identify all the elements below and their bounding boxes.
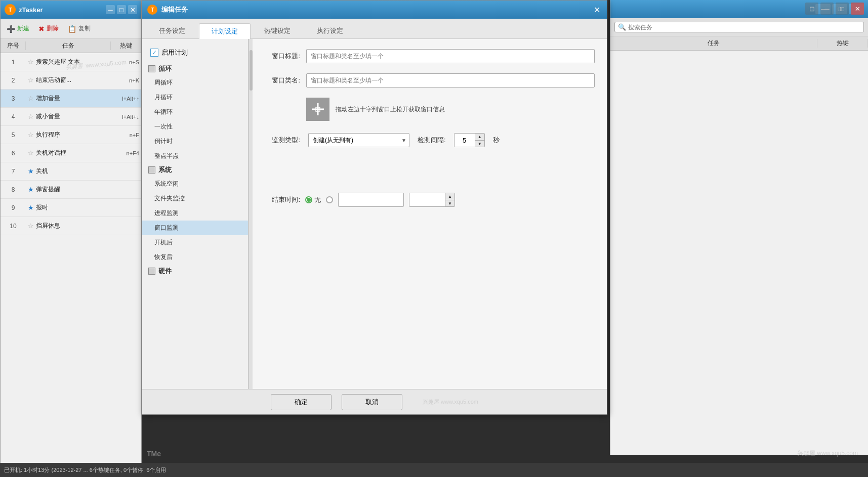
- sidebar-item-week-cycle[interactable]: 周循环: [142, 75, 248, 90]
- spin-down-btn[interactable]: ▼: [475, 140, 484, 147]
- detect-interval-label: 检测间隔:: [418, 136, 446, 145]
- table-row[interactable]: 5 ☆ 执行程序 n+F: [1, 126, 141, 144]
- star-icon[interactable]: ☆: [28, 58, 34, 66]
- task-name: 结束活动窗...: [36, 76, 71, 84]
- sidebar-item-process-monitor[interactable]: 进程监测: [142, 206, 248, 221]
- row-name: ★ 弹窗提醒: [26, 185, 111, 194]
- star-icon[interactable]: ☆: [28, 113, 34, 120]
- global-restore-btn[interactable]: ⊡: [805, 3, 818, 15]
- tab-task-settings[interactable]: 任务设定: [146, 23, 198, 38]
- spin-up-btn[interactable]: ▲: [475, 134, 484, 140]
- copy-button[interactable]: 📋 复制: [64, 22, 95, 35]
- table-row[interactable]: 7 ★ 关机: [1, 162, 141, 181]
- sidebar-item-window-monitor[interactable]: 窗口监测: [142, 221, 248, 235]
- search-input[interactable]: [628, 24, 860, 31]
- time-input[interactable]: 03:06:38: [409, 193, 445, 206]
- maximize-btn[interactable]: □: [117, 5, 126, 14]
- sidebar-item-month-cycle[interactable]: 月循环: [142, 90, 248, 105]
- search-bar: 🔍: [610, 18, 868, 36]
- star-icon[interactable]: ☆: [28, 222, 34, 230]
- time-spin-down[interactable]: ▼: [445, 200, 454, 206]
- tab-hotkey-settings[interactable]: 热键设定: [252, 23, 303, 38]
- sidebar-item-one-time[interactable]: 一次性: [142, 119, 248, 134]
- detect-interval-input[interactable]: 5: [454, 134, 475, 147]
- end-time-date-radio[interactable]: [326, 196, 333, 203]
- main-window: T zTasker ─ □ ✕ ➕ 新建 ✖ 删除 📋 复制 序号 任务 热键 …: [0, 0, 142, 477]
- sidebar-item-after-restore[interactable]: 恢复后: [142, 250, 248, 265]
- time-spin-up[interactable]: ▲: [445, 193, 454, 200]
- close-btn[interactable]: ✕: [128, 5, 137, 14]
- global-close-btn[interactable]: ✕: [851, 3, 864, 15]
- confirm-button[interactable]: 确定: [271, 394, 332, 410]
- drag-crosshair-btn[interactable]: [306, 98, 329, 121]
- star-icon[interactable]: ★: [28, 167, 34, 175]
- table-row[interactable]: 4 ☆ 减小音量 l+Alt+↓: [1, 108, 141, 126]
- table-header: 序号 任务 热键: [1, 39, 141, 53]
- window-class-input[interactable]: [306, 73, 595, 88]
- monitor-type-select-wrap[interactable]: 创建(从无到有) 销毁(从有到无) 激活 停用: [308, 133, 409, 147]
- star-icon[interactable]: ★: [28, 186, 34, 193]
- dialog-sidebar: 启用计划 循环周循环月循环年循环一次性倒计时整点半点系统系统空闲文件夹监控进程监…: [142, 39, 249, 389]
- row-num: 8: [1, 186, 26, 193]
- right-col-task: 任务: [610, 39, 817, 48]
- row-num: 7: [1, 168, 26, 175]
- table-row[interactable]: 9 ★ 报时: [1, 199, 141, 217]
- copy-icon: 📋: [68, 25, 76, 33]
- table-row[interactable]: 2 ☆ 结束活动窗... n+K: [1, 71, 141, 90]
- detect-interval-input-wrap[interactable]: 5 ▲ ▼: [454, 133, 485, 147]
- sidebar-item-countdown[interactable]: 倒计时: [142, 134, 248, 149]
- star-icon[interactable]: ☆: [28, 131, 34, 139]
- table-row[interactable]: 1 ☆ 搜索兴趣屋 文本 n+S: [1, 53, 141, 71]
- tab-bar: 任务设定计划设定热键设定执行设定: [142, 19, 607, 39]
- sidebar-item-year-cycle[interactable]: 年循环: [142, 105, 248, 119]
- new-button[interactable]: ➕ 新建: [3, 22, 33, 35]
- task-name: 弹窗提醒: [36, 185, 60, 194]
- sidebar-item-startup[interactable]: 开机后: [142, 235, 248, 250]
- star-icon[interactable]: ☆: [28, 149, 34, 157]
- edit-dialog: T 编辑任务 ✕ 任务设定计划设定热键设定执行设定 启用计划 循环周循环月循环年…: [142, 0, 607, 415]
- monitor-type-select[interactable]: 创建(从无到有) 销毁(从有到无) 激活 停用: [308, 133, 409, 147]
- row-num: 3: [1, 95, 26, 102]
- section-box: [148, 166, 155, 174]
- table-row[interactable]: 6 ☆ 关机对话框 n+F4: [1, 144, 141, 162]
- task-name: 挡屏休息: [36, 222, 60, 230]
- sidebar-item-folder-monitor[interactable]: 文件夹监控: [142, 191, 248, 206]
- sidebar-section-循环: 循环: [142, 62, 248, 75]
- row-name: ☆ 挡屏休息: [26, 222, 111, 230]
- search-input-wrap[interactable]: 🔍: [614, 22, 864, 32]
- table-row[interactable]: 10 ☆ 挡屏休息: [1, 217, 141, 235]
- row-num: 5: [1, 132, 26, 139]
- end-time-none-label: 无: [314, 195, 321, 204]
- table-row[interactable]: 3 ☆ 增加音量 l+Alt+↑: [1, 90, 141, 108]
- global-maximize-btn[interactable]: □: [836, 3, 849, 15]
- task-name: 搜索兴趣屋 文本: [36, 58, 80, 66]
- enable-plan-checkbox[interactable]: [150, 49, 158, 57]
- row-num: 4: [1, 113, 26, 120]
- col-num-header: 序号: [1, 41, 26, 50]
- scrollbar-thumb[interactable]: [250, 50, 253, 91]
- enable-plan-row[interactable]: 启用计划: [142, 43, 248, 62]
- tab-schedule-settings[interactable]: 计划设定: [199, 23, 251, 39]
- time-input-wrap[interactable]: 03:06:38 ▲ ▼: [409, 193, 455, 207]
- sidebar-item-half-hour[interactable]: 整点半点: [142, 149, 248, 163]
- star-icon[interactable]: ☆: [28, 76, 34, 84]
- sidebar-scrollbar[interactable]: [249, 39, 253, 389]
- delete-button[interactable]: ✖ 删除: [34, 22, 63, 35]
- star-icon[interactable]: ★: [28, 204, 34, 211]
- end-date-input[interactable]: 2023-12-27: [338, 193, 404, 207]
- interval-unit: 秒: [493, 136, 500, 145]
- sidebar-item-system-idle[interactable]: 系统空闲: [142, 177, 248, 191]
- table-row[interactable]: 8 ★ 弹窗提醒: [1, 181, 141, 199]
- row-hotkey: l+Alt+↑: [111, 96, 141, 102]
- window-title-input[interactable]: [306, 49, 595, 63]
- sidebar-section-系统: 系统: [142, 163, 248, 177]
- tab-execute-settings[interactable]: 执行设定: [304, 23, 356, 38]
- cancel-button[interactable]: 取消: [342, 394, 402, 410]
- row-hotkey: n+F: [111, 132, 141, 138]
- minimize-btn[interactable]: ─: [106, 5, 115, 14]
- dialog-close-btn[interactable]: ✕: [592, 5, 602, 15]
- right-col-hotkey: 热键: [817, 39, 868, 48]
- end-time-none-radio[interactable]: 无: [305, 195, 321, 204]
- global-minimize-btn[interactable]: ─: [820, 3, 834, 15]
- star-icon[interactable]: ☆: [28, 95, 34, 102]
